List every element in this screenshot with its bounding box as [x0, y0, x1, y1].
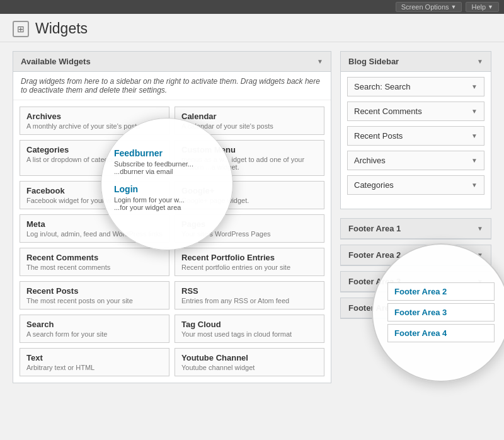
login-desc2: ...for your widget area — [114, 204, 220, 211]
magnifier-content: Feedburner Subscribe to feedburner... ..… — [101, 148, 232, 220]
widget-youtube-title: Youtube Channel — [181, 353, 318, 362]
footer-area-2-title: Footer Area 2 — [348, 250, 401, 260]
sidebar-widget-recent-posts[interactable]: Recent Posts ▼ — [347, 126, 484, 146]
widget-tag-cloud-title: Tag Cloud — [181, 320, 318, 329]
available-widgets-desc: Drag widgets from here to a sidebar on t… — [13, 72, 331, 100]
widget-recent-posts-desc: The most recent posts on your site — [26, 297, 163, 304]
sidebar-widget-recent-comments-arrow-icon: ▼ — [471, 108, 478, 115]
help-arrow-icon: ▼ — [488, 4, 493, 10]
sidebar-widget-search[interactable]: Search: Search ▼ — [347, 77, 484, 96]
widget-search[interactable]: Search A search form for your site — [20, 315, 169, 343]
widget-recent-portfolio-desc: Recent portfolio entries on your site — [181, 263, 318, 271]
main-layout: Available Widgets ▼ Drag widgets from he… — [0, 42, 504, 401]
widget-text-desc: Arbitrary text or HTML — [26, 364, 163, 371]
widget-archives-title: Archives — [26, 112, 163, 121]
login-desc: Login form for your w... — [114, 196, 220, 204]
widget-recent-portfolio[interactable]: Recent Portfolio Entries Recent portfoli… — [175, 248, 324, 276]
feedburner-desc: Subscribe to feedburner... — [114, 160, 220, 168]
top-bar: Screen Options ▼ Help ▼ — [0, 0, 504, 14]
footer-overlay-area2: Footer Area 2 — [387, 282, 495, 301]
widget-tag-cloud[interactable]: Tag Cloud Your most used tags in cloud f… — [175, 315, 324, 343]
widget-recent-comments-title: Recent Comments — [26, 253, 163, 262]
widget-recent-posts-title: Recent Posts — [26, 286, 163, 296]
widget-recent-posts[interactable]: Recent Posts The most recent posts on yo… — [20, 281, 169, 310]
feedburner-login-magnifier: Feedburner Subscribe to feedburner... ..… — [101, 118, 233, 250]
footer-area-1-header: Footer Area 1 ▼ — [341, 219, 491, 239]
sidebar-widget-archives[interactable]: Archives ▼ — [347, 151, 484, 170]
sidebar-widget-recent-comments[interactable]: Recent Comments ▼ — [347, 101, 484, 121]
widget-calendar-title: Calendar — [181, 112, 318, 121]
help-label: Help — [471, 3, 486, 11]
widget-rss-title: RSS — [181, 286, 318, 296]
widgets-icon: ⊞ — [13, 21, 29, 37]
widget-recent-comments[interactable]: Recent Comments The most recent comments — [20, 248, 169, 276]
footer-overlay-area4: Footer Area 4 — [387, 324, 495, 342]
widget-text-title: Text — [26, 353, 163, 362]
sidebar-widget-search-arrow-icon: ▼ — [471, 83, 478, 90]
sidebar-widget-recent-comments-title: Recent Comments — [354, 107, 422, 116]
feedburner-section: Feedburner Subscribe to feedburner... ..… — [114, 148, 220, 175]
widget-recent-comments-desc: The most recent comments — [26, 263, 163, 271]
widget-youtube[interactable]: Youtube Channel Youtube channel widget — [175, 348, 324, 376]
sidebar-widget-recent-posts-arrow-icon: ▼ — [471, 132, 478, 139]
screen-options-button[interactable]: Screen Options ▼ — [396, 2, 462, 12]
blog-sidebar-arrow-icon: ▼ — [477, 58, 483, 65]
sidebar-widget-categories[interactable]: Categories ▼ — [347, 175, 484, 195]
page-header: ⊞ Widgets — [0, 14, 504, 42]
footer-areas-magnifier: Footer Area 2 Footer Area 3 Footer Area … — [372, 243, 504, 382]
blog-sidebar-header: Blog Sidebar ▼ — [341, 52, 491, 72]
widget-tag-cloud-desc: Your most used tags in cloud format — [181, 330, 318, 338]
blog-sidebar-title: Blog Sidebar — [348, 57, 399, 66]
widget-search-desc: A search form for your site — [26, 330, 163, 338]
page-title: Widgets — [35, 20, 88, 38]
widget-search-title: Search — [26, 320, 163, 329]
widget-youtube-desc: Youtube channel widget — [181, 364, 318, 371]
available-widgets-title: Available Widgets — [21, 57, 91, 66]
widget-rss[interactable]: RSS Entries from any RSS or Atom feed — [175, 281, 324, 310]
sidebar-widget-archives-arrow-icon: ▼ — [471, 157, 478, 164]
feedburner-title: Feedburner — [114, 148, 220, 158]
help-button[interactable]: Help ▼ — [466, 2, 499, 12]
available-widgets-header: Available Widgets ▼ — [13, 52, 331, 72]
sidebar-empty-space — [341, 200, 491, 209]
available-widgets-arrow-icon: ▼ — [317, 58, 323, 65]
screen-options-label: Screen Options — [401, 3, 449, 11]
footer-area-1-title: Footer Area 1 — [348, 224, 401, 233]
login-section: Login Login form for your w... ...for yo… — [114, 184, 220, 211]
sidebar-widget-categories-title: Categories — [354, 180, 394, 190]
footer-area-1-arrow-icon: ▼ — [477, 225, 483, 232]
sidebar-widget-recent-posts-title: Recent Posts — [354, 131, 403, 141]
footer-overlay-area3: Footer Area 3 — [387, 303, 495, 321]
footer-area-1-panel: Footer Area 1 ▼ — [340, 218, 491, 240]
sidebar-widget-archives-title: Archives — [354, 156, 386, 165]
widget-text[interactable]: Text Arbitrary text or HTML — [20, 348, 169, 376]
widget-recent-portfolio-title: Recent Portfolio Entries — [181, 253, 318, 262]
sidebar-widget-categories-arrow-icon: ▼ — [471, 182, 478, 188]
feedburner-desc2: ...dburner via email — [114, 168, 220, 175]
widget-rss-desc: Entries from any RSS or Atom feed — [181, 297, 318, 304]
login-title: Login — [114, 184, 220, 194]
sidebar-widget-search-title: Search: Search — [354, 82, 411, 91]
screen-options-arrow-icon: ▼ — [451, 4, 457, 10]
blog-sidebar-panel: Blog Sidebar ▼ Search: Search ▼ Recent C… — [340, 51, 491, 209]
